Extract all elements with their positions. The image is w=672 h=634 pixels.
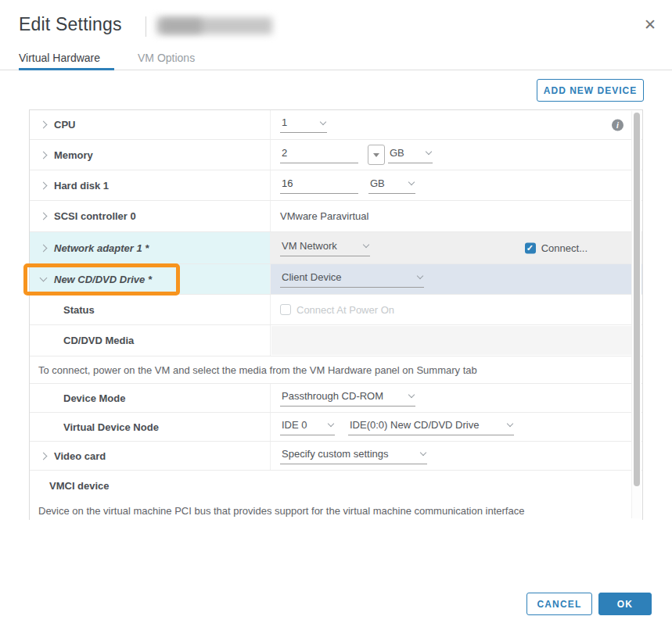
chevron-down-icon bbox=[363, 242, 369, 248]
memory-unit-value: GB bbox=[390, 147, 404, 159]
cd-dvd-media-disabled-field bbox=[271, 326, 631, 355]
close-icon[interactable]: ✕ bbox=[644, 17, 656, 32]
chevron-right-icon[interactable] bbox=[40, 213, 48, 220]
vertical-scrollbar[interactable] bbox=[631, 111, 641, 518]
device-mode-value: Passthrough CD-ROM bbox=[282, 390, 383, 402]
connect-note: To connect, power on the VM and select t… bbox=[30, 356, 642, 384]
memory-suggest-dropdown-button[interactable] bbox=[368, 145, 385, 165]
status-label: Status bbox=[63, 304, 95, 316]
chevron-right-icon[interactable] bbox=[40, 121, 48, 129]
row-virtual-device-node: Virtual Device Node IDE 0 IDE(0:0) New C… bbox=[30, 413, 642, 442]
page-title: Edit Settings bbox=[19, 14, 122, 35]
tab-bar: Virtual Hardware VM Options bbox=[0, 48, 672, 70]
hard-disk-label: Hard disk 1 bbox=[54, 180, 109, 192]
device-node-select[interactable]: IDE(0:0) New CD/DVD Drive bbox=[348, 419, 514, 435]
network-select[interactable]: VM Network bbox=[280, 240, 370, 256]
virtual-device-node-label: Virtual Device Node bbox=[63, 421, 159, 433]
chevron-right-icon[interactable] bbox=[40, 452, 48, 460]
network-value: VM Network bbox=[282, 240, 337, 252]
vm-name-redacted-overlay bbox=[161, 19, 202, 33]
row-cpu: CPU 1 i bbox=[30, 110, 642, 140]
virtual-hardware-table: CPU 1 i Memory 2 GB bbox=[29, 109, 643, 520]
hard-disk-unit-value: GB bbox=[370, 177, 385, 189]
row-vmci-device: VMCI device bbox=[30, 471, 642, 500]
chevron-down-icon[interactable] bbox=[40, 274, 48, 282]
memory-unit-select[interactable]: GB bbox=[388, 147, 433, 163]
chevron-down-icon bbox=[426, 149, 432, 155]
video-card-label: Video card bbox=[54, 450, 106, 462]
title-divider bbox=[146, 16, 146, 37]
chevron-down-icon bbox=[507, 421, 513, 427]
video-card-settings-value: Specify custom settings bbox=[282, 448, 389, 460]
active-tab-indicator bbox=[19, 68, 114, 70]
row-cd-dvd-drive: New CD/DVD Drive * Client Device bbox=[30, 264, 642, 295]
cd-dvd-drive-label: New CD/DVD Drive * bbox=[54, 274, 152, 285]
network-adapter-label: Network adapter 1 * bbox=[54, 242, 149, 254]
row-memory: Memory 2 GB bbox=[30, 140, 642, 170]
row-cd-dvd-media: CD/DVD Media bbox=[30, 325, 642, 356]
hard-disk-unit-select[interactable]: GB bbox=[368, 177, 415, 194]
info-icon[interactable]: i bbox=[612, 119, 623, 131]
cpu-label: CPU bbox=[54, 119, 75, 131]
cpu-count-value: 1 bbox=[282, 116, 287, 128]
video-card-settings-select[interactable]: Specify custom settings bbox=[280, 448, 427, 464]
scsi-value: VMware Paravirtual bbox=[280, 210, 368, 222]
memory-size-input[interactable]: 2 bbox=[280, 147, 358, 163]
add-new-device-button[interactable]: ADD NEW DEVICE bbox=[537, 79, 644, 102]
status-connect-option: Connect At Power On bbox=[280, 304, 394, 316]
chevron-down-icon bbox=[328, 421, 334, 427]
chevron-down-icon bbox=[320, 118, 326, 124]
row-status: Status Connect At Power On bbox=[30, 295, 642, 325]
device-mode-label: Device Mode bbox=[63, 392, 125, 404]
connect-at-power-on-label: Connect At Power On bbox=[296, 304, 394, 316]
connect-checkbox[interactable] bbox=[525, 242, 536, 253]
device-node-value: IDE(0:0) New CD/DVD Drive bbox=[350, 419, 479, 431]
ide-controller-value: IDE 0 bbox=[282, 419, 307, 431]
memory-label: Memory bbox=[54, 149, 93, 161]
edit-settings-dialog: Edit Settings ✕ Virtual Hardware VM Opti… bbox=[0, 0, 672, 634]
chevron-down-icon bbox=[408, 179, 415, 185]
chevron-right-icon[interactable] bbox=[40, 181, 48, 189]
tab-virtual-hardware[interactable]: Virtual Hardware bbox=[19, 52, 100, 64]
scsi-label: SCSI controller 0 bbox=[54, 210, 136, 222]
cancel-button[interactable]: CANCEL bbox=[526, 593, 592, 615]
vmci-note: Device on the virtual machine PCI bus th… bbox=[30, 500, 642, 521]
chevron-right-icon[interactable] bbox=[40, 244, 48, 252]
chevron-down-icon bbox=[417, 273, 423, 279]
chevron-down-icon bbox=[420, 450, 426, 456]
vmci-device-label: VMCI device bbox=[49, 480, 110, 492]
device-mode-select[interactable]: Passthrough CD-ROM bbox=[280, 390, 415, 407]
tab-vm-options[interactable]: VM Options bbox=[138, 52, 195, 64]
ide-controller-select[interactable]: IDE 0 bbox=[280, 419, 335, 435]
cpu-count-select[interactable]: 1 bbox=[280, 116, 327, 133]
row-video-card: Video card Specify custom settings bbox=[30, 442, 642, 471]
connect-label: Connect... bbox=[541, 242, 588, 254]
network-connect-option: Connect... bbox=[525, 242, 588, 254]
scrollbar-thumb[interactable] bbox=[634, 113, 640, 486]
ok-button[interactable]: OK bbox=[598, 593, 652, 615]
row-device-mode: Device Mode Passthrough CD-ROM bbox=[30, 384, 642, 413]
chevron-down-icon bbox=[408, 392, 415, 398]
chevron-right-icon[interactable] bbox=[40, 151, 48, 159]
cd-dvd-type-select[interactable]: Client Device bbox=[280, 271, 424, 288]
row-network-adapter: Network adapter 1 * VM Network Connect..… bbox=[30, 232, 642, 264]
row-hard-disk: Hard disk 1 16 GB bbox=[30, 170, 642, 201]
cd-dvd-media-label: CD/DVD Media bbox=[63, 335, 134, 346]
cd-dvd-type-value: Client Device bbox=[282, 271, 342, 283]
dialog-footer: CANCEL OK bbox=[526, 593, 652, 615]
row-scsi-controller: SCSI controller 0 VMware Paravirtual bbox=[30, 201, 642, 232]
connect-at-power-on-checkbox[interactable] bbox=[280, 304, 291, 315]
hard-disk-size-input[interactable]: 16 bbox=[280, 177, 358, 194]
